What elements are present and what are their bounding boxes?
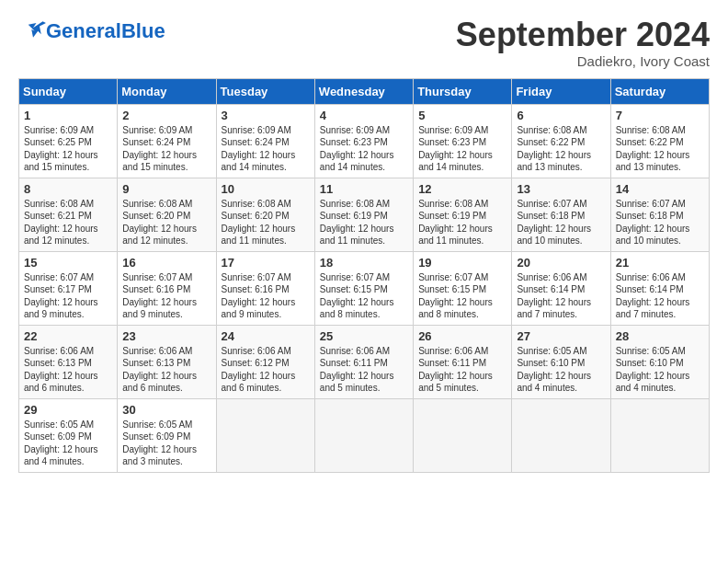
day-info: Sunrise: 6:08 AMSunset: 6:22 PMDaylight:… <box>517 124 605 174</box>
calendar-cell: 20Sunrise: 6:06 AMSunset: 6:14 PMDayligh… <box>512 251 610 325</box>
day-number: 26 <box>418 329 506 343</box>
day-number: 14 <box>616 182 704 196</box>
day-number: 1 <box>24 109 112 122</box>
calendar-cell: 1Sunrise: 6:09 AMSunset: 6:25 PMDaylight… <box>19 104 118 178</box>
calendar-cell: 4Sunrise: 6:09 AMSunset: 6:23 PMDaylight… <box>314 104 413 178</box>
day-info: Sunrise: 6:05 AMSunset: 6:10 PMDaylight:… <box>616 345 704 395</box>
logo-text: GeneralBlue <box>46 21 165 41</box>
day-info: Sunrise: 6:06 AMSunset: 6:13 PMDaylight:… <box>122 345 210 395</box>
day-number: 17 <box>222 256 310 270</box>
day-number: 30 <box>122 403 210 417</box>
day-info: Sunrise: 6:06 AMSunset: 6:12 PMDaylight:… <box>222 345 310 395</box>
day-number: 6 <box>517 109 605 122</box>
day-number: 12 <box>418 182 506 196</box>
calendar-cell: 27Sunrise: 6:05 AMSunset: 6:10 PMDayligh… <box>512 325 610 398</box>
calendar-cell: 14Sunrise: 6:07 AMSunset: 6:18 PMDayligh… <box>610 178 709 251</box>
day-info: Sunrise: 6:07 AMSunset: 6:18 PMDaylight:… <box>517 198 605 247</box>
day-number: 7 <box>616 109 704 122</box>
calendar-week-row: 29Sunrise: 6:05 AMSunset: 6:09 PMDayligh… <box>19 398 710 472</box>
calendar-cell: 7Sunrise: 6:08 AMSunset: 6:22 PMDaylight… <box>610 104 709 178</box>
logo-bird-icon <box>20 17 46 42</box>
calendar-cell: 12Sunrise: 6:08 AMSunset: 6:19 PMDayligh… <box>414 178 512 251</box>
calendar-col-header: Saturday <box>610 78 709 104</box>
day-number: 28 <box>616 329 704 343</box>
calendar-cell: 17Sunrise: 6:07 AMSunset: 6:16 PMDayligh… <box>216 251 314 325</box>
day-info: Sunrise: 6:05 AMSunset: 6:09 PMDaylight:… <box>24 419 112 468</box>
day-number: 13 <box>517 182 605 196</box>
calendar-cell: 30Sunrise: 6:05 AMSunset: 6:09 PMDayligh… <box>118 398 216 472</box>
day-info: Sunrise: 6:08 AMSunset: 6:20 PMDaylight:… <box>222 198 310 247</box>
day-info: Sunrise: 6:07 AMSunset: 6:18 PMDaylight:… <box>616 198 704 247</box>
calendar-cell <box>216 398 314 472</box>
location: Dadiekro, Ivory Coast <box>456 53 710 69</box>
calendar-cell: 6Sunrise: 6:08 AMSunset: 6:22 PMDaylight… <box>512 104 610 178</box>
calendar-cell <box>512 398 610 472</box>
day-info: Sunrise: 6:07 AMSunset: 6:16 PMDaylight:… <box>122 271 210 321</box>
calendar-cell: 24Sunrise: 6:06 AMSunset: 6:12 PMDayligh… <box>216 325 314 398</box>
calendar-cell: 8Sunrise: 6:08 AMSunset: 6:21 PMDaylight… <box>19 178 118 251</box>
header: GeneralBlue September 2024 Dadiekro, Ivo… <box>18 17 710 69</box>
day-info: Sunrise: 6:07 AMSunset: 6:16 PMDaylight:… <box>222 271 310 321</box>
day-number: 4 <box>320 109 408 122</box>
svg-marker-0 <box>28 21 46 38</box>
calendar-cell: 2Sunrise: 6:09 AMSunset: 6:24 PMDaylight… <box>118 104 216 178</box>
logo: GeneralBlue <box>18 17 165 46</box>
day-number: 20 <box>517 256 605 270</box>
day-number: 21 <box>616 256 704 270</box>
calendar-cell: 11Sunrise: 6:08 AMSunset: 6:19 PMDayligh… <box>314 178 413 251</box>
calendar-header-row: SundayMondayTuesdayWednesdayThursdayFrid… <box>19 78 710 104</box>
day-number: 5 <box>418 109 506 122</box>
calendar-cell: 22Sunrise: 6:06 AMSunset: 6:13 PMDayligh… <box>19 325 118 398</box>
day-info: Sunrise: 6:08 AMSunset: 6:21 PMDaylight:… <box>24 198 112 247</box>
calendar-cell: 5Sunrise: 6:09 AMSunset: 6:23 PMDaylight… <box>414 104 512 178</box>
day-number: 29 <box>24 403 112 417</box>
day-info: Sunrise: 6:09 AMSunset: 6:23 PMDaylight:… <box>418 124 506 174</box>
day-info: Sunrise: 6:05 AMSunset: 6:09 PMDaylight:… <box>122 419 210 468</box>
calendar-cell: 15Sunrise: 6:07 AMSunset: 6:17 PMDayligh… <box>19 251 118 325</box>
day-info: Sunrise: 6:09 AMSunset: 6:25 PMDaylight:… <box>24 124 112 174</box>
day-info: Sunrise: 6:07 AMSunset: 6:17 PMDaylight:… <box>24 271 112 321</box>
calendar-cell: 28Sunrise: 6:05 AMSunset: 6:10 PMDayligh… <box>610 325 709 398</box>
day-number: 2 <box>122 109 210 122</box>
day-info: Sunrise: 6:06 AMSunset: 6:11 PMDaylight:… <box>320 345 408 395</box>
calendar-col-header: Sunday <box>19 78 118 104</box>
month-title: September 2024 <box>456 17 710 53</box>
calendar-cell <box>610 398 709 472</box>
calendar-cell: 9Sunrise: 6:08 AMSunset: 6:20 PMDaylight… <box>118 178 216 251</box>
day-info: Sunrise: 6:08 AMSunset: 6:20 PMDaylight:… <box>122 198 210 247</box>
calendar-table: SundayMondayTuesdayWednesdayThursdayFrid… <box>18 78 710 473</box>
day-number: 8 <box>24 182 112 196</box>
day-info: Sunrise: 6:09 AMSunset: 6:24 PMDaylight:… <box>222 124 310 174</box>
day-number: 3 <box>222 109 310 122</box>
day-info: Sunrise: 6:07 AMSunset: 6:15 PMDaylight:… <box>320 271 408 321</box>
calendar-cell: 29Sunrise: 6:05 AMSunset: 6:09 PMDayligh… <box>19 398 118 472</box>
calendar-cell: 21Sunrise: 6:06 AMSunset: 6:14 PMDayligh… <box>610 251 709 325</box>
day-info: Sunrise: 6:08 AMSunset: 6:22 PMDaylight:… <box>616 124 704 174</box>
day-number: 18 <box>320 256 408 270</box>
day-info: Sunrise: 6:08 AMSunset: 6:19 PMDaylight:… <box>320 198 408 247</box>
page: GeneralBlue September 2024 Dadiekro, Ivo… <box>0 0 728 563</box>
logo-general: General <box>46 19 121 42</box>
calendar-week-row: 15Sunrise: 6:07 AMSunset: 6:17 PMDayligh… <box>19 251 710 325</box>
day-number: 11 <box>320 182 408 196</box>
day-number: 27 <box>517 329 605 343</box>
day-info: Sunrise: 6:06 AMSunset: 6:14 PMDaylight:… <box>517 271 605 321</box>
day-number: 19 <box>418 256 506 270</box>
day-number: 15 <box>24 256 112 270</box>
calendar-col-header: Wednesday <box>314 78 413 104</box>
calendar-cell: 25Sunrise: 6:06 AMSunset: 6:11 PMDayligh… <box>314 325 413 398</box>
calendar-week-row: 8Sunrise: 6:08 AMSunset: 6:21 PMDaylight… <box>19 178 710 251</box>
calendar-cell: 10Sunrise: 6:08 AMSunset: 6:20 PMDayligh… <box>216 178 314 251</box>
day-number: 16 <box>122 256 210 270</box>
day-info: Sunrise: 6:06 AMSunset: 6:14 PMDaylight:… <box>616 271 704 321</box>
day-info: Sunrise: 6:05 AMSunset: 6:10 PMDaylight:… <box>517 345 605 395</box>
calendar-cell: 26Sunrise: 6:06 AMSunset: 6:11 PMDayligh… <box>414 325 512 398</box>
day-number: 9 <box>122 182 210 196</box>
calendar-week-row: 1Sunrise: 6:09 AMSunset: 6:25 PMDaylight… <box>19 104 710 178</box>
day-info: Sunrise: 6:06 AMSunset: 6:11 PMDaylight:… <box>418 345 506 395</box>
calendar-week-row: 22Sunrise: 6:06 AMSunset: 6:13 PMDayligh… <box>19 325 710 398</box>
day-info: Sunrise: 6:06 AMSunset: 6:13 PMDaylight:… <box>24 345 112 395</box>
calendar-cell <box>314 398 413 472</box>
calendar-col-header: Thursday <box>414 78 512 104</box>
day-number: 25 <box>320 329 408 343</box>
